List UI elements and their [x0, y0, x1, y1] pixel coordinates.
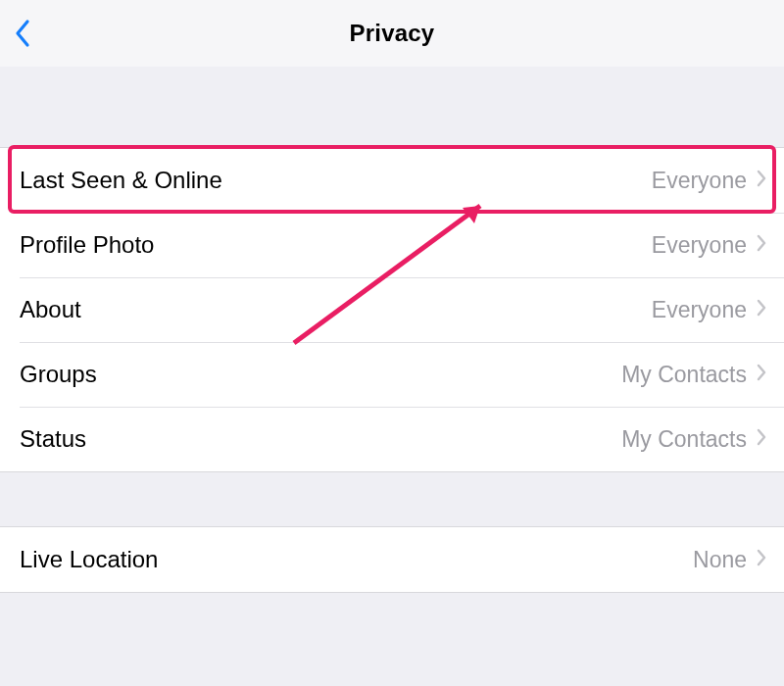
row-about[interactable]: About Everyone: [0, 277, 784, 342]
chevron-right-icon: [757, 428, 766, 450]
row-label: Status: [20, 425, 621, 453]
privacy-section: Last Seen & Online Everyone Profile Phot…: [0, 147, 784, 472]
nav-title: Privacy: [0, 20, 784, 47]
row-live-location[interactable]: Live Location None: [0, 527, 784, 592]
row-label: About: [20, 296, 652, 323]
row-last-seen-online[interactable]: Last Seen & Online Everyone: [0, 148, 784, 213]
row-value: Everyone: [652, 232, 747, 259]
row-value: None: [693, 547, 747, 573]
live-location-section: Live Location None: [0, 526, 784, 593]
row-label: Last Seen & Online: [20, 167, 652, 194]
row-label: Groups: [20, 361, 621, 388]
section-gap: [0, 67, 784, 147]
row-groups[interactable]: Groups My Contacts: [0, 342, 784, 407]
back-button[interactable]: [8, 18, 39, 49]
row-status[interactable]: Status My Contacts: [0, 407, 784, 471]
row-label: Live Location: [20, 546, 693, 573]
row-value: My Contacts: [621, 362, 747, 388]
chevron-right-icon: [757, 234, 766, 256]
chevron-right-icon: [757, 170, 766, 191]
row-value: Everyone: [652, 297, 747, 323]
chevron-right-icon: [757, 549, 766, 570]
section-gap: [0, 472, 784, 526]
chevron-right-icon: [757, 299, 766, 320]
chevron-left-icon: [14, 19, 33, 48]
row-value: Everyone: [652, 168, 747, 194]
screen-root: Privacy Last Seen & Online Everyone Prof…: [0, 0, 784, 686]
row-label: Profile Photo: [20, 231, 652, 259]
chevron-right-icon: [757, 364, 766, 385]
row-profile-photo[interactable]: Profile Photo Everyone: [0, 213, 784, 277]
row-value: My Contacts: [621, 426, 747, 453]
nav-bar: Privacy: [0, 0, 784, 67]
